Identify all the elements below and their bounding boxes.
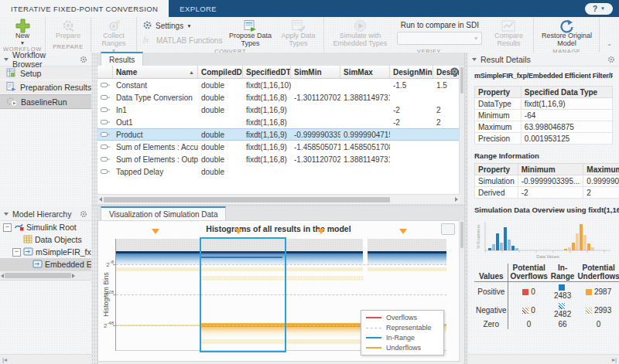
matlab-functions-button[interactable]: fx MATLAB Functions	[142, 35, 222, 46]
scrollbar-thumb[interactable]	[5, 273, 71, 278]
scroll-right-icon[interactable]	[72, 274, 75, 278]
cell-simmax	[340, 116, 390, 128]
scrollbar-thumb[interactable]	[104, 197, 390, 202]
column-options-button[interactable]	[450, 67, 459, 77]
proposed-type-marker-icon[interactable]	[234, 229, 242, 234]
tree-expander[interactable]: −	[3, 223, 12, 232]
range-header: Minimum	[518, 164, 583, 175]
tab-iterative-fixed-point-conversion[interactable]: ITERATIVE FIXED-POINT CONVERSION	[0, 0, 169, 17]
proposed-type-marker-icon[interactable]	[317, 229, 325, 234]
values-header-row: ValuesPotentialOverflowsIn-RangePotentia…	[474, 264, 619, 282]
table-row[interactable]: In1doublefixdt(1,16,9)-22	[97, 104, 460, 116]
tab-explore[interactable]: EXPLORE	[169, 0, 227, 17]
panel-bottom-scrollbar[interactable]: |◂	[0, 354, 91, 364]
spec-cell: 0.001953125	[521, 133, 612, 145]
legend-toggle-button[interactable]	[441, 223, 455, 235]
workflow-item-preparation-results[interactable]: Preparation Results	[0, 80, 91, 94]
gear-icon[interactable]	[80, 210, 87, 218]
range-cell: 0.9999904715...	[583, 175, 619, 187]
prepare-button[interactable]: Prepare	[48, 19, 88, 43]
table-row[interactable]: Data Type Conversiondoublefixdt(1,16,8)-…	[97, 91, 460, 104]
section-workflow: New ▼ WORKFLOW	[0, 17, 46, 53]
values-row-label: Zero	[474, 319, 508, 329]
restore-original-model-button[interactable]: Restore Original Model	[536, 19, 597, 48]
model-tree: −Simulink RootData Objects−mSimpleFIR_fx…	[0, 221, 91, 270]
propose-data-types-button[interactable]: Propose Data Types	[225, 19, 275, 48]
gear-icon[interactable]	[607, 56, 615, 63]
scrollbar-thumb[interactable]	[460, 67, 463, 94]
cell-designmin	[390, 153, 433, 165]
swatch-hatch-icon	[559, 303, 565, 309]
settings-button[interactable]: Settings ▼	[142, 20, 222, 32]
table-row[interactable]: Constantdoublefixdt(1,16,10)-1.51.5	[97, 79, 460, 91]
prep-results-icon	[6, 82, 16, 93]
workflow-item-baselinerun[interactable]: BaselineRun	[0, 94, 91, 109]
collect-ranges-label: Collect Ranges	[97, 32, 130, 48]
viz-vertical-scrollbar[interactable]	[459, 220, 464, 362]
column-header-name[interactable]: Name▲	[113, 66, 198, 78]
signal-icon	[97, 128, 113, 141]
values-row-label: Negative	[474, 301, 508, 319]
results-horizontal-scrollbar[interactable]	[97, 194, 460, 204]
tab-results[interactable]: Results	[101, 52, 143, 66]
values-cell-underflows: 0	[576, 319, 619, 329]
table-row[interactable]: Sum of Elements : Outputdoublefixdt(1,16…	[97, 153, 460, 165]
column-header-simmax[interactable]: SimMax	[340, 66, 390, 78]
collect-ranges-button[interactable]: Collect Ranges ▼	[94, 19, 134, 53]
column-header-icon[interactable]	[97, 66, 113, 78]
table-row[interactable]: Sum of Elements : Accumul...doublefixdt(…	[97, 141, 460, 153]
column-header-specifieddt[interactable]: SpecifiedDT	[243, 66, 291, 78]
gear-icon[interactable]	[80, 56, 87, 63]
cell-simmin: -0.999990339...	[291, 128, 340, 141]
simulate-embedded-button[interactable]: Simulate with Embedded Types	[327, 19, 393, 48]
tab-visualization[interactable]: Visualization of Simulation Data	[101, 206, 226, 220]
column-header-compileddt[interactable]: CompiledDT	[198, 66, 243, 78]
scroll-left-icon[interactable]	[1, 274, 4, 278]
apply-data-types-button[interactable]: Apply Data Types	[275, 19, 321, 48]
run-to-compare-combobox[interactable]: ▼	[397, 32, 482, 45]
column-header-simmin[interactable]: SimMin	[291, 66, 340, 78]
table-row[interactable]: Productdoublefixdt(1,16,9)-0.999990339..…	[97, 128, 460, 141]
collapse-panel-icon[interactable]	[4, 213, 9, 216]
proposed-type-marker-icon[interactable]	[152, 229, 159, 234]
scrollbar-thumb[interactable]	[460, 222, 463, 248]
y-tick-label: 2-28	[104, 290, 114, 298]
results-panel: Results Name▲CompiledDTSpecifiedDTSimMin…	[91, 53, 464, 204]
collapse-panel-icon[interactable]	[472, 58, 477, 61]
settings-gear-icon	[142, 20, 152, 32]
collapse-panel-icon[interactable]	[4, 58, 9, 61]
scroll-left-icon[interactable]	[99, 197, 102, 202]
details-bottom-scrollbar[interactable]: ▸|	[468, 354, 619, 364]
help-button[interactable]: ?▼	[585, 3, 613, 15]
selection-rectangle[interactable]	[200, 237, 286, 352]
tree-expander[interactable]: −	[12, 248, 21, 257]
results-vertical-scrollbar[interactable]	[459, 66, 464, 195]
proposed-type-marker-icon[interactable]	[399, 229, 407, 234]
range-cell: Derived	[475, 187, 518, 199]
run-to-compare-label: Run to compare in SDI	[401, 21, 479, 29]
restore-icon	[559, 19, 574, 32]
values-cell-overflows: 0	[508, 319, 549, 329]
values-row: Negative024822993	[474, 301, 619, 319]
workflow-item-setup[interactable]: Setup	[0, 66, 91, 80]
tree-item-data-objects[interactable]: Data Objects	[0, 233, 91, 246]
tree-item-embedded-efficient-f[interactable]: Embedded Efficient F	[0, 258, 91, 270]
tree-item-msimplefir_fxp[interactable]: −mSimpleFIR_fxp	[0, 246, 91, 258]
scroll-end-icon[interactable]: ▸|	[612, 356, 617, 363]
tree-item-label: Data Objects	[35, 235, 82, 244]
section-prepare: Prepare PREPARE	[46, 17, 91, 53]
compare-results-button[interactable]: Compare Results	[486, 19, 531, 48]
range-information-heading: Range Information	[474, 151, 613, 160]
table-row[interactable]: Tapped Delaydouble	[97, 165, 460, 178]
scroll-home-icon[interactable]: |◂	[2, 356, 7, 363]
scroll-right-icon[interactable]	[455, 197, 458, 202]
tree-horizontal-scrollbar[interactable]	[0, 270, 91, 281]
new-button[interactable]: New ▼	[2, 19, 43, 46]
cell-simmin	[291, 116, 340, 128]
column-header-designmin[interactable]: DesignMin	[390, 66, 433, 78]
tree-item-simulink-root[interactable]: −Simulink Root	[0, 221, 91, 233]
table-row[interactable]: Out1fixdt(1,16,8)-22	[97, 116, 460, 128]
collapse-ribbon-icon[interactable]: ⌃	[607, 43, 612, 50]
legend-label: Representable	[386, 324, 432, 332]
legend-swatch	[366, 317, 381, 318]
